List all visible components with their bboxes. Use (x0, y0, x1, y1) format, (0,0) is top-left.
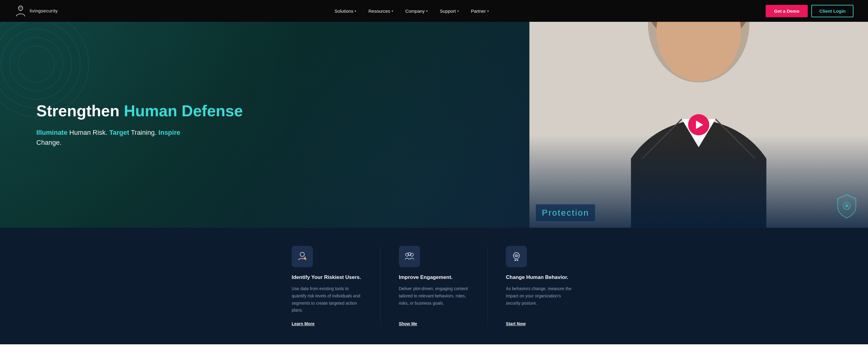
svg-point-12 (305, 258, 305, 259)
nav-item-support[interactable]: Support ▾ (434, 8, 465, 13)
feature-item-identify: Identify Your Riskiest Users. Use data f… (292, 246, 362, 326)
hero-section: Strengthen Human Defense Illuminate Huma… (0, 22, 868, 228)
nav-link-support[interactable]: Support ▾ (440, 8, 459, 13)
feature-item-behavior: Change Human Behavior. As behaviors chan… (506, 246, 576, 326)
chevron-down-icon: ▾ (355, 9, 356, 13)
nav-item-company[interactable]: Company ▾ (399, 8, 434, 13)
svg-point-1 (20, 7, 22, 9)
svg-point-8 (845, 205, 848, 207)
client-login-button[interactable]: Client Login (811, 5, 854, 17)
features-section: Identify Your Riskiest Users. Use data f… (0, 228, 868, 344)
feature-icon-behavior (506, 246, 527, 267)
nav-link-partner[interactable]: Partner ▾ (471, 8, 489, 13)
hero-subtext-training: Training. (131, 129, 158, 136)
nav-ctas: Get a Demo Client Login (766, 5, 854, 17)
feature-link-behavior[interactable]: Start Now (506, 321, 576, 326)
svg-point-20 (517, 260, 518, 261)
feature-desc-identify: Use data from existing tools to quantify… (292, 285, 362, 314)
feature-title-identify: Identify Your Riskiest Users. (292, 274, 362, 280)
hero-subtext-illuminate: Illuminate (36, 129, 67, 136)
svg-point-10 (300, 252, 304, 256)
nav-link-company[interactable]: Company ▾ (405, 8, 428, 13)
protection-label: Protection (542, 208, 589, 217)
feature-icon-identify (292, 246, 313, 267)
shield-icon (835, 193, 859, 220)
hero-subtext-inspire: Inspire (158, 129, 180, 136)
get-demo-button[interactable]: Get a Demo (766, 5, 808, 17)
team-engagement-icon (404, 251, 415, 262)
feature-icon-engage (399, 246, 420, 267)
hero-subtext-human-risk: Human Risk. (69, 129, 109, 136)
feature-title-behavior: Change Human Behavior. (506, 274, 576, 280)
feature-link-identify[interactable]: Learn More (292, 321, 362, 326)
nav-links: Solutions ▾ Resources ▾ Company ▾ Suppor… (329, 8, 495, 13)
hero-bg-pattern (0, 22, 529, 228)
chevron-down-icon: ▾ (457, 9, 459, 13)
nav-link-resources[interactable]: Resources ▾ (368, 8, 393, 13)
hero-left-panel: Strengthen Human Defense Illuminate Huma… (0, 22, 529, 228)
feature-desc-engage: Deliver plot-driven, engaging content ta… (399, 285, 469, 314)
chevron-down-icon: ▾ (392, 9, 393, 13)
features-grid: Identify Your Riskiest Users. Use data f… (268, 246, 600, 326)
navbar: livingsecurity Solutions ▾ Resources ▾ C… (0, 0, 868, 22)
nav-item-solutions[interactable]: Solutions ▾ (329, 8, 363, 13)
video-overlay: Protection (529, 135, 868, 228)
svg-point-19 (515, 260, 516, 261)
nav-item-partner[interactable]: Partner ▾ (465, 8, 495, 13)
feature-title-engage: Improve Engagement. (399, 274, 469, 280)
feature-divider-2 (487, 246, 488, 326)
logo[interactable]: livingsecurity (14, 5, 58, 17)
hero-subtext-change: Change. (36, 139, 61, 146)
hero-video-thumbnail: Protection (529, 22, 868, 228)
nav-link-solutions[interactable]: Solutions ▾ (335, 8, 356, 13)
logo-icon (14, 5, 27, 17)
nav-item-resources[interactable]: Resources ▾ (362, 8, 399, 13)
user-risk-icon (297, 251, 308, 262)
brain-shield-icon (511, 251, 522, 262)
logo-text: livingsecurity (30, 8, 58, 13)
feature-link-engage[interactable]: Show Me (399, 321, 469, 326)
hero-subtext: Illuminate Human Risk. Target Training. … (36, 127, 505, 148)
svg-point-0 (19, 6, 23, 10)
chevron-down-icon: ▾ (487, 9, 489, 13)
feature-desc-behavior: As behaviors change, measure the impact … (506, 285, 576, 314)
play-button[interactable] (688, 114, 709, 135)
feature-item-engage: Improve Engagement. Deliver plot-driven,… (399, 246, 469, 326)
hero-headline: Strengthen Human Defense (36, 102, 505, 120)
hero-right-panel: Protection (529, 22, 868, 228)
feature-divider-1 (380, 246, 381, 326)
hero-subtext-target: Target (109, 129, 129, 136)
chevron-down-icon: ▾ (426, 9, 428, 13)
